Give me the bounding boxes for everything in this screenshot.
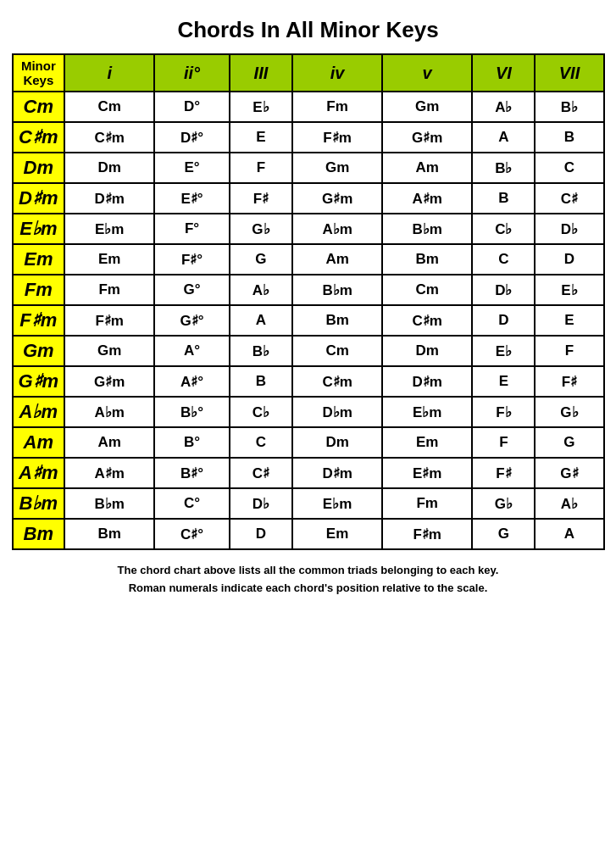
chord-cell: D [535,244,603,275]
chord-cell: D♯° [154,122,230,153]
chord-cell: A [535,519,603,549]
chord-cell: B♭m [64,488,154,519]
chord-cell: F° [154,214,230,244]
chord-cell: Dm [382,336,472,366]
key-cell: Am [13,427,65,458]
chord-cell: G♯° [154,305,230,336]
chord-cell: Cm [64,92,154,122]
chord-cell: A♯m [64,458,154,488]
chord-cell: Cm [292,336,382,366]
chord-cell: A♭ [472,92,535,122]
chord-cell: C♭ [472,214,535,244]
chord-cell: Em [64,244,154,275]
chord-cell: B [472,183,535,214]
key-cell: Bm [13,519,65,549]
chord-cell: B♭ [472,153,535,183]
chord-cell: D♯m [292,458,382,488]
chord-cell: Gm [292,153,382,183]
chord-cell: E♭ [230,92,292,122]
chord-cell: F♯m [292,122,382,153]
header-col-i: i [64,54,154,92]
key-cell: B♭m [13,488,65,519]
chord-cell: Fm [64,275,154,305]
header-col-III: III [230,54,292,92]
chord-cell: C [472,244,535,275]
chord-cell: C♭ [230,397,292,427]
key-cell: F♯m [13,305,65,336]
chord-cell: A♭ [535,488,603,519]
key-cell: A♯m [13,458,65,488]
chord-cell: B♭m [292,275,382,305]
chord-cell: E♭m [292,488,382,519]
key-cell: G♯m [13,366,65,397]
chord-cell: B [230,366,292,397]
chord-cell: Dm [64,153,154,183]
chord-cell: D [230,519,292,549]
chord-cell: E [230,122,292,153]
chord-cell: F♯ [472,458,535,488]
chord-cell: Gm [382,92,472,122]
chord-cell: F♯ [535,366,603,397]
chord-cell: C♯m [64,122,154,153]
chord-cell: D♭ [230,488,292,519]
chord-cell: Fm [292,92,382,122]
chord-cell: D° [154,92,230,122]
header-col-ii: ii° [154,54,230,92]
chord-cell: Am [64,427,154,458]
chord-cell: F♯m [64,305,154,336]
key-cell: Gm [13,336,65,366]
chord-cell: C♯° [154,519,230,549]
chord-cell: A [472,122,535,153]
chord-cell: Dm [292,427,382,458]
chord-cell: E♯m [382,458,472,488]
chord-cell: F♭ [472,397,535,427]
chord-cell: B♭ [230,336,292,366]
chord-cell: A [230,305,292,336]
chord-cell: Bm [64,519,154,549]
key-cell: E♭m [13,214,65,244]
chord-cell: F♯m [382,519,472,549]
key-cell: Cm [13,92,65,122]
chord-cell: Am [292,244,382,275]
chord-cell: C° [154,488,230,519]
chord-cell: D♭ [535,214,603,244]
chord-cell: E° [154,153,230,183]
chord-cell: E [535,305,603,336]
header-col-VII: VII [535,54,603,92]
chord-cell: A° [154,336,230,366]
key-cell: Em [13,244,65,275]
header-minor-keys: Minor Keys [13,54,65,92]
chord-cell: G [472,519,535,549]
chord-cell: Bm [292,305,382,336]
chord-cell: Am [382,153,472,183]
footnote-line2: Roman numerals indicate each chord's pos… [129,581,488,594]
chord-cell: C♯ [230,458,292,488]
chord-cell: E♭m [382,397,472,427]
header-col-VI: VI [472,54,535,92]
page-title: Chords In All Minor Keys [177,17,438,43]
key-cell: D♯m [13,183,65,214]
chord-cell: E [472,366,535,397]
chord-cell: Fm [382,488,472,519]
chord-cell: G [230,244,292,275]
chord-cell: F [472,427,535,458]
footnote-line1: The chord chart above lists all the comm… [118,564,499,576]
chord-cell: Bm [382,244,472,275]
chord-cell: A♭m [292,214,382,244]
chord-cell: B [535,122,603,153]
footnote: The chord chart above lists all the comm… [118,562,499,598]
chord-cell: A♭ [230,275,292,305]
chord-cell: E♯° [154,183,230,214]
header-col-iv: iv [292,54,382,92]
chord-cell: F [230,153,292,183]
chord-cell: C♯m [292,366,382,397]
chord-cell: F [535,336,603,366]
chord-cell: Em [382,427,472,458]
chord-cell: B♯° [154,458,230,488]
chord-cell: E♭ [535,275,603,305]
chord-cell: B♭ [535,92,603,122]
chord-cell: A♯° [154,366,230,397]
chord-cell: C♯m [382,305,472,336]
chord-cell: D♭m [292,397,382,427]
chord-cell: F♯° [154,244,230,275]
